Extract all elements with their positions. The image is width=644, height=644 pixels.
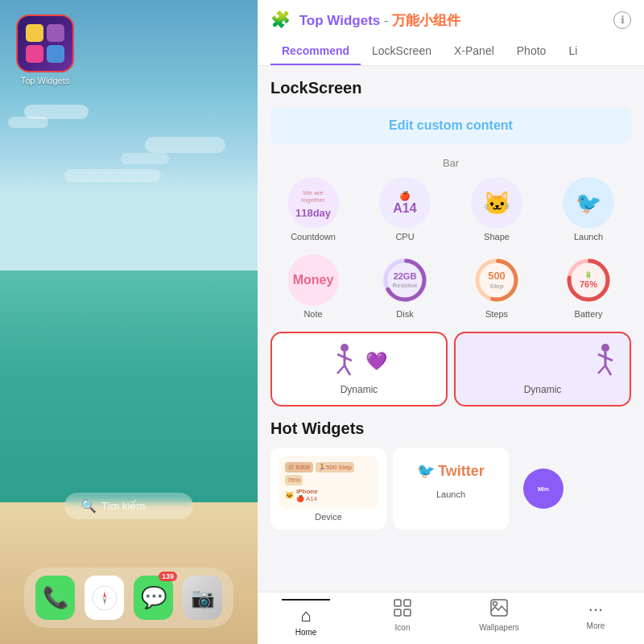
more-icon: ···	[588, 599, 603, 620]
search-icon: 🔍	[80, 498, 97, 514]
launch-circle: 🐦	[563, 177, 614, 229]
steps-label: Steps	[485, 309, 508, 319]
app-icon-container[interactable]: Top Widgets	[16, 14, 74, 85]
messages-badge: 139	[159, 572, 177, 581]
note-circle: Money	[287, 254, 339, 306]
widget-battery[interactable]: 🔋 76% Battery	[546, 254, 631, 319]
dynamic-row: 💜 Dynamic Dynamic	[270, 332, 631, 407]
hot-widgets-section: Hot Widgets ⊙ 8308 🏃500 Step 76% 🐱	[270, 419, 631, 530]
svg-point-15	[341, 344, 349, 352]
bottom-nav-more[interactable]: ··· More	[572, 599, 620, 634]
battery-label: Battery	[575, 309, 603, 319]
icon-nav-label: Icon	[395, 623, 411, 632]
tab-recommend[interactable]: Recommend	[270, 38, 361, 65]
right-content: LockScreen Edit custom content Bar We ar…	[258, 66, 644, 592]
search-text: Tìm kiếm	[101, 500, 145, 512]
cpu-label: CPU	[395, 232, 414, 242]
countdown-label: Countdown	[291, 232, 336, 242]
dynamic-label-right: Dynamic	[524, 384, 562, 395]
note-label: Note	[303, 309, 322, 319]
hot-widgets-row: ⊙ 8308 🏃500 Step 76% 🐱 iPhone 🍎 A14	[270, 448, 631, 530]
twitter-widget-preview: 🐦 Twitter	[401, 456, 501, 486]
svg-rect-29	[394, 609, 401, 616]
dock: 📞 💬 139 📷	[24, 568, 233, 628]
wallpapers-icon	[490, 599, 508, 621]
svg-rect-27	[394, 600, 401, 606]
svg-rect-28	[404, 600, 411, 606]
tab-li[interactable]: Li	[557, 38, 588, 65]
icon-square-purple	[47, 24, 64, 42]
edit-custom-content-button[interactable]: Edit custom content	[270, 107, 631, 144]
nav-tabs: Recommend LockScreen X-Panel Photo Li	[270, 38, 631, 65]
steps-ring-container: 500 Step	[471, 254, 522, 306]
sea-background	[0, 270, 258, 515]
home-nav-label: Home	[295, 628, 317, 637]
widget-launch[interactable]: 🐦 Launch	[546, 177, 631, 242]
widget-row-1: We aretogether 118day Countdown 🍎 A14 CP…	[270, 177, 631, 242]
bottom-nav-icon[interactable]: Icon	[378, 599, 427, 634]
disk-label: Disk	[396, 309, 413, 319]
title-row: 🧩 Top Widgets - 万能小组件 ℹ	[270, 10, 631, 30]
dynamic-inner-right	[465, 343, 620, 379]
dock-messages-icon[interactable]: 💬 139	[134, 576, 173, 620]
right-header: 🧩 Top Widgets - 万能小组件 ℹ Recommend LockSc…	[258, 0, 644, 66]
search-bar[interactable]: 🔍 Tìm kiếm	[64, 493, 193, 519]
launch-label: Launch	[574, 232, 603, 242]
left-phone-panel: Top Widgets 🔍 Tìm kiếm 📞 💬 139 📷	[0, 0, 258, 644]
svg-line-25	[598, 365, 605, 374]
svg-line-19	[337, 365, 345, 374]
disk-ring-container: 22GB Residue	[379, 254, 431, 306]
dock-safari-icon[interactable]	[85, 576, 124, 620]
svg-rect-30	[404, 609, 411, 616]
countdown-circle: We aretogether 118day	[287, 177, 339, 229]
app-title-text: Top Widgets	[299, 13, 381, 28]
hot-launch-item[interactable]: 🐦 Twitter Launch	[393, 448, 509, 530]
right-panel: 🧩 Top Widgets - 万能小组件 ℹ Recommend LockSc…	[258, 0, 644, 644]
dock-camera-icon[interactable]: 📷	[183, 576, 222, 620]
icon-nav-icon	[394, 599, 411, 621]
widget-steps[interactable]: 500 Step Steps	[454, 254, 539, 319]
widget-disk[interactable]: 22GB Residue Disk	[362, 254, 448, 319]
launch-hot-label: Launch	[436, 489, 465, 499]
device-widget-preview: ⊙ 8308 🏃500 Step 76% 🐱 iPhone 🍎 A14	[279, 456, 378, 509]
app-title: 🧩 Top Widgets - 万能小组件	[270, 10, 460, 30]
bottom-nav: ⌂ Home Icon Wallpap	[258, 592, 644, 644]
svg-line-26	[605, 365, 611, 375]
icon-square-yellow	[26, 24, 43, 42]
icon-square-pink	[26, 45, 43, 63]
wallpapers-nav-label: Wallpapers	[479, 623, 519, 632]
min-widget-preview: Min	[538, 485, 549, 493]
widget-shape[interactable]: 🐱 Shape	[454, 177, 539, 242]
app-subtitle-text: 万能小组件	[392, 13, 460, 28]
cpu-circle: 🍎 A14	[379, 177, 431, 229]
bar-label: Bar	[270, 157, 631, 169]
widget-cpu[interactable]: 🍎 A14 CPU	[362, 177, 448, 242]
more-nav-label: More	[587, 621, 605, 630]
dynamic-label-left: Dynamic	[341, 384, 378, 395]
bottom-nav-home[interactable]: ⌂ Home	[282, 599, 330, 634]
hot-min-item[interactable]: Min	[523, 469, 564, 509]
shape-circle: 🐱	[471, 177, 522, 229]
hot-device-item[interactable]: ⊙ 8308 🏃500 Step 76% 🐱 iPhone 🍎 A14	[270, 448, 386, 530]
section-lockscreen-title: LockScreen	[270, 79, 631, 97]
battery-ring-container: 🔋 76%	[563, 254, 614, 306]
tab-lockscreen[interactable]: LockScreen	[361, 38, 443, 65]
tab-photo[interactable]: Photo	[506, 38, 558, 65]
bottom-nav-wallpapers[interactable]: Wallpapers	[475, 599, 523, 634]
svg-point-32	[493, 602, 497, 606]
widget-note[interactable]: Money Note	[270, 254, 356, 319]
dynamic-inner-left: 💜	[282, 343, 436, 379]
info-icon[interactable]: ℹ	[613, 11, 631, 29]
app-icon-label: Top Widgets	[21, 76, 70, 85]
home-icon: ⌂	[300, 605, 311, 626]
shape-label: Shape	[484, 232, 510, 242]
dynamic-item-left[interactable]: 💜 Dynamic	[270, 332, 448, 407]
dock-phone-icon[interactable]: 📞	[35, 576, 75, 620]
widget-countdown[interactable]: We aretogether 118day Countdown	[270, 177, 356, 242]
dynamic-item-right[interactable]: Dynamic	[454, 332, 631, 407]
svg-point-21	[601, 344, 609, 352]
icon-square-blue	[47, 45, 64, 63]
widget-row-2: Money Note 22GB Residue Disk	[270, 254, 631, 319]
tab-xpanel[interactable]: X-Panel	[443, 38, 506, 65]
top-widgets-app-icon[interactable]	[16, 14, 74, 72]
